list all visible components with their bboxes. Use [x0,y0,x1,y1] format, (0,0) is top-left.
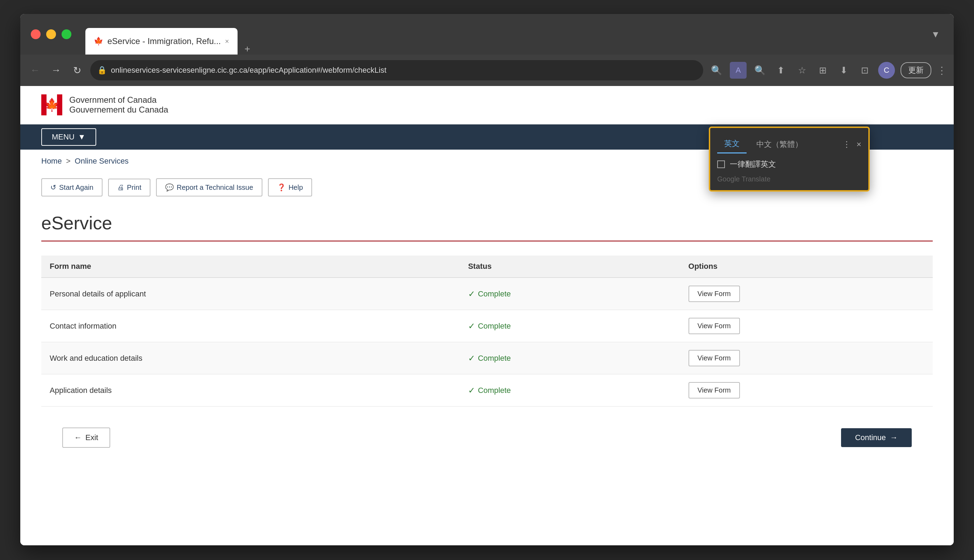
canada-flag-icon: 🍁 [41,94,62,115]
cell-options: View Form [680,278,933,310]
cell-form-name: Work and education details [41,342,460,374]
main-content: eService Form name Status Options Person… [20,202,954,465]
exit-label: Exit [85,433,98,442]
toolbar-actions: 🔍 A 🔍 ⬆ ☆ ⊞ ⬇ ⊡ C 更新 ⋮ [709,62,947,78]
start-again-label: Start Again [59,183,94,192]
help-button[interactable]: ❓ Help [268,178,312,197]
exit-button[interactable]: ← Exit [62,428,110,448]
status-label: Complete [478,386,511,395]
breadcrumb-separator: > [66,157,71,166]
table-row: Application details ✓ Complete View Form [41,374,933,407]
new-tab-button[interactable]: + [241,43,254,55]
translate-toolbar-button[interactable]: A [730,62,747,78]
continue-label: Continue [855,433,886,442]
forward-button[interactable]: → [48,63,63,78]
continue-button[interactable]: Continue → [841,428,912,447]
tab-favicon-icon: 🍁 [94,37,103,46]
search2-icon[interactable]: 🔍 [752,63,768,78]
reload-button[interactable]: ↻ [69,63,85,78]
update-button[interactable]: 更新 [900,62,931,78]
exit-arrow-icon: ← [74,433,82,442]
download-icon[interactable]: ⬇ [836,63,852,78]
breadcrumb-online-services-link[interactable]: Online Services [75,157,129,166]
close-button[interactable] [31,29,40,39]
cell-options: View Form [680,374,933,407]
check-icon: ✓ [468,385,475,395]
browser-toolbar: ← → ↻ 🔒 onlineservices-servicesenligne.c… [20,55,954,86]
title-divider [41,240,933,242]
tab-english[interactable]: 英文 [717,135,747,153]
menu-button[interactable]: MENU ▼ [41,128,96,146]
translate-always-label: 一律翻譯英文 [730,159,776,170]
table-row: Personal details of applicant ✓ Complete… [41,278,933,310]
cell-options: View Form [680,310,933,342]
browser-menu-button[interactable]: ▼ [928,27,943,42]
cell-status: ✓ Complete [460,374,680,407]
start-again-button[interactable]: ↺ Start Again [41,178,102,197]
status-label: Complete [478,290,511,298]
url-display: onlineservices-servicesenligne.cic.gc.ca… [111,66,696,75]
minimize-button[interactable] [46,29,56,39]
tab-close-icon[interactable]: × [225,37,229,45]
footer-buttons: ← Exit Continue → [41,420,933,455]
view-form-button[interactable]: View Form [688,382,740,398]
share-icon[interactable]: ⬆ [773,63,789,78]
translate-always-checkbox[interactable] [717,160,725,168]
report-issue-button[interactable]: 💬 Report a Technical Issue [156,178,262,197]
view-form-button[interactable]: View Form [688,350,740,366]
extensions-icon[interactable]: ⊞ [815,63,830,78]
active-tab[interactable]: 🍁 eService - Immigration, Refu... × [85,28,237,55]
cell-form-name: Application details [41,374,460,407]
bookmark-icon[interactable]: ☆ [794,63,810,78]
profile-button[interactable]: C [878,62,895,78]
table-row: Contact information ✓ Complete View Form [41,310,933,342]
browser-window: 🍁 eService - Immigration, Refu... × + ▼ … [20,14,954,545]
gov-fr-label: Gouvernement du Canada [69,105,168,115]
status-label: Complete [478,322,511,331]
translate-checkbox-row: 一律翻譯英文 [717,159,861,170]
cell-form-name: Contact information [41,310,460,342]
canada-logo: 🍁 Government of Canada Gouvernement du C… [41,94,168,115]
search-toolbar-icon[interactable]: 🔍 [709,63,724,78]
status-badge: ✓ Complete [468,353,672,363]
col-options: Options [680,255,933,278]
report-icon: 💬 [165,183,174,192]
menu-label: MENU [52,132,75,142]
maximize-button[interactable] [62,29,71,39]
check-icon: ✓ [468,353,475,363]
cell-form-name: Personal details of applicant [41,278,460,310]
traffic-lights [31,29,71,39]
print-button[interactable]: 🖨 Print [108,178,150,197]
view-form-button[interactable]: View Form [688,286,740,302]
breadcrumb-home-link[interactable]: Home [41,157,62,166]
col-form-name: Form name [41,255,460,278]
help-icon: ❓ [277,183,286,192]
status-badge: ✓ Complete [468,289,672,299]
tab-chinese[interactable]: 中文（繁體） [749,136,810,153]
view-form-button[interactable]: View Form [688,318,740,334]
translate-popup: 英文 中文（繁體） ⋮ × 一律翻譯英文 Google Translate [709,127,870,192]
translate-more-button[interactable]: ⋮ [842,140,851,149]
canada-wordmark: Government of Canada Gouvernement du Can… [69,95,168,115]
check-icon: ✓ [468,321,475,331]
translate-popup-header: 英文 中文（繁體） ⋮ × [717,135,861,153]
table-header-row: Form name Status Options [41,255,933,278]
continue-arrow-icon: → [890,433,898,442]
page-title: eService [41,213,933,233]
table-row: Work and education details ✓ Complete Vi… [41,342,933,374]
translate-close-button[interactable]: × [857,140,861,149]
more-options-button[interactable]: ⋮ [937,65,947,76]
col-status: Status [460,255,680,278]
split-view-icon[interactable]: ⊡ [857,63,872,78]
start-again-icon: ↺ [50,183,56,192]
status-badge: ✓ Complete [468,385,672,395]
google-translate-label: Google Translate [717,175,861,183]
svg-text:🍁: 🍁 [44,97,60,112]
cell-status: ✓ Complete [460,342,680,374]
lock-icon: 🔒 [97,66,107,75]
cell-status: ✓ Complete [460,278,680,310]
canada-site-header: 🍁 Government of Canada Gouvernement du C… [20,86,954,125]
status-badge: ✓ Complete [468,321,672,331]
address-bar[interactable]: 🔒 onlineservices-servicesenligne.cic.gc.… [90,60,703,80]
back-button[interactable]: ← [27,63,43,78]
